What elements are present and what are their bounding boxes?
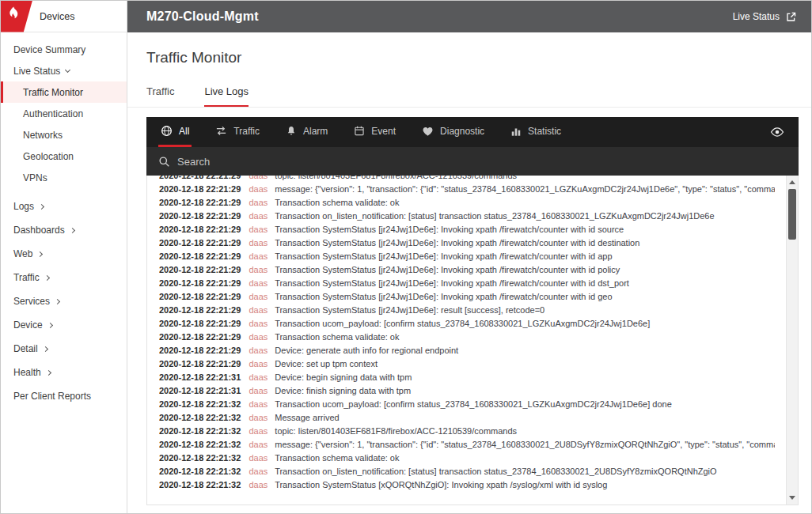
log-source: daas: [249, 251, 268, 261]
sidebar-item-label: Device Summary: [13, 44, 85, 55]
log-source: daas: [249, 176, 268, 180]
sidebar-item-label: Device: [13, 319, 43, 331]
log-source: daas: [249, 386, 268, 395]
search-icon: [158, 156, 170, 168]
log-timestamp: 2020-12-18 22:21:32: [159, 480, 241, 489]
log-line: 2020-12-18 22:21:29 daas topic: listen/8…: [159, 176, 775, 183]
scroll-down-arrow-icon[interactable]: [787, 492, 798, 504]
log-timestamp: 2020-12-18 22:21:29: [159, 346, 241, 355]
chevron-right-icon: [43, 346, 48, 351]
sidebar-item[interactable]: Web: [1, 242, 127, 266]
flame-icon: [5, 6, 20, 27]
log-timestamp: 2020-12-18 22:21:29: [159, 251, 241, 261]
filter-tab-label: Traffic: [233, 126, 260, 137]
sidebar-item-label: Geolocation: [23, 151, 74, 162]
log-line: 2020-12-18 22:21:29 daas Transaction on_…: [159, 210, 775, 223]
log-source: daas: [249, 399, 268, 409]
log-message: topic: listen/801403EF681F8/firebox/ACC-…: [275, 176, 517, 180]
filter-tab-statistic[interactable]: Statistic: [508, 117, 563, 147]
tab-traffic[interactable]: Traffic: [146, 85, 174, 107]
sidebar-item-label: Web: [13, 248, 32, 259]
log-line: 2020-12-18 22:21:32 daas Transaction uco…: [159, 398, 775, 411]
sidebar-header: Devices: [1, 1, 127, 32]
page-tabs: Traffic Live Logs: [127, 85, 811, 108]
sidebar-item[interactable]: Traffic: [1, 266, 127, 289]
sidebar-item[interactable]: Dashboards: [1, 218, 127, 242]
log-line: 2020-12-18 22:21:29 daas Transaction uco…: [159, 317, 775, 331]
sidebar-item-label: Traffic Monitor: [23, 87, 83, 98]
log-message: Transaction ucom_payload: [confirm statu…: [275, 399, 672, 409]
sidebar-brand-label: Devices: [40, 11, 74, 22]
log-message: Device: finish signing data with tpm: [275, 386, 411, 395]
sidebar-item-label: Authentication: [23, 108, 83, 119]
log-timestamp: 2020-12-18 22:21:32: [159, 467, 241, 476]
sidebar-item[interactable]: Logs: [1, 195, 127, 218]
log-timestamp: 2020-12-18 22:21:32: [159, 413, 241, 422]
sidebar-item[interactable]: Per Client Reports: [1, 384, 127, 408]
log-line: 2020-12-18 22:21:31 daas Device: begin s…: [159, 371, 775, 384]
log-source: daas: [249, 480, 268, 489]
log-message: Transaction SystemStatus [jr24Jwj1De6e]:…: [275, 305, 544, 315]
app-window: Devices Device Summary Live Status Traff…: [0, 0, 812, 514]
log-source: daas: [249, 346, 268, 355]
log-timestamp: 2020-12-18 22:21:29: [159, 332, 241, 342]
bell-icon: [286, 125, 297, 137]
filter-tab-diagnostic[interactable]: Diagnostic: [419, 117, 487, 147]
sidebar-item[interactable]: Traffic Monitor: [1, 81, 127, 103]
log-timestamp: 2020-12-18 22:21:29: [159, 211, 241, 221]
sidebar-item[interactable]: VPNs: [1, 167, 127, 188]
sidebar-item[interactable]: Live Status: [1, 60, 127, 81]
search-input[interactable]: [177, 156, 431, 168]
log-source: daas: [249, 278, 268, 288]
log-timestamp: 2020-12-18 22:21:31: [159, 372, 241, 382]
sidebar-item[interactable]: Health: [1, 361, 127, 384]
filter-tab-event[interactable]: Event: [351, 117, 398, 147]
log-message: message: {"version": 1, "transaction": {…: [275, 184, 775, 194]
log-source: daas: [249, 359, 268, 368]
top-header: M270-Cloud-Mgmt Live Status: [127, 1, 811, 32]
content: Traffic Monitor Traffic Live Logs: [127, 32, 811, 513]
diagnostic-heart-icon: [422, 126, 434, 137]
filter-tab-label: Diagnostic: [440, 126, 484, 137]
sidebar-item[interactable]: Device: [1, 313, 127, 337]
scrollbar-thumb[interactable]: [788, 189, 796, 240]
log-source: daas: [249, 265, 268, 274]
log-line: 2020-12-18 22:21:29 daas message: {"vers…: [159, 183, 775, 196]
log-line: 2020-12-18 22:21:32 daas Message arrived: [159, 411, 775, 425]
sidebar-item[interactable]: Networks: [1, 124, 127, 146]
sidebar-item[interactable]: Authentication: [1, 103, 127, 124]
log-search-bar: [146, 147, 799, 176]
log-source: daas: [249, 319, 268, 328]
sidebar-item[interactable]: Services: [1, 289, 127, 313]
live-status-link[interactable]: Live Status: [733, 11, 797, 23]
filter-tab-all[interactable]: All: [158, 117, 192, 147]
tab-live-logs[interactable]: Live Logs: [204, 85, 249, 107]
log-timestamp: 2020-12-18 22:21:31: [159, 386, 241, 395]
globe-icon: [161, 125, 173, 137]
log-scrollbar[interactable]: [786, 176, 798, 505]
log-source: daas: [249, 211, 268, 221]
log-line: 2020-12-18 22:21:32 daas message: {"vers…: [159, 438, 775, 452]
filter-tab-alarm[interactable]: Alarm: [283, 117, 330, 147]
log-source: daas: [249, 198, 268, 207]
chevron-right-icon: [47, 322, 53, 327]
log-source: daas: [249, 453, 268, 463]
log-timestamp: 2020-12-18 22:21:32: [159, 426, 241, 436]
sidebar-item[interactable]: Device Summary: [1, 39, 127, 60]
page-title: Traffic Monitor: [127, 32, 811, 66]
sidebar-item[interactable]: Geolocation: [1, 146, 127, 167]
chevron-right-icon: [55, 298, 60, 304]
filter-tab-traffic[interactable]: Traffic: [213, 117, 262, 147]
sidebar-item[interactable]: Detail: [1, 337, 127, 361]
device-title: M270-Cloud-Mgmt: [146, 9, 259, 24]
sidebar-item-label: Live Status: [13, 66, 60, 77]
log-timestamp: 2020-12-18 22:21:29: [159, 359, 241, 368]
eye-icon[interactable]: [768, 117, 787, 147]
log-timestamp: 2020-12-18 22:21:29: [159, 265, 241, 274]
log-message: Transaction schema validate: ok: [275, 198, 399, 207]
traffic-arrows-icon: [215, 125, 227, 137]
chevron-right-icon: [44, 274, 50, 280]
log-message: message: {"version": 1, "transaction": {…: [275, 440, 775, 449]
scroll-up-arrow-icon[interactable]: [787, 176, 798, 188]
log-timestamp: 2020-12-18 22:21:29: [159, 184, 241, 194]
